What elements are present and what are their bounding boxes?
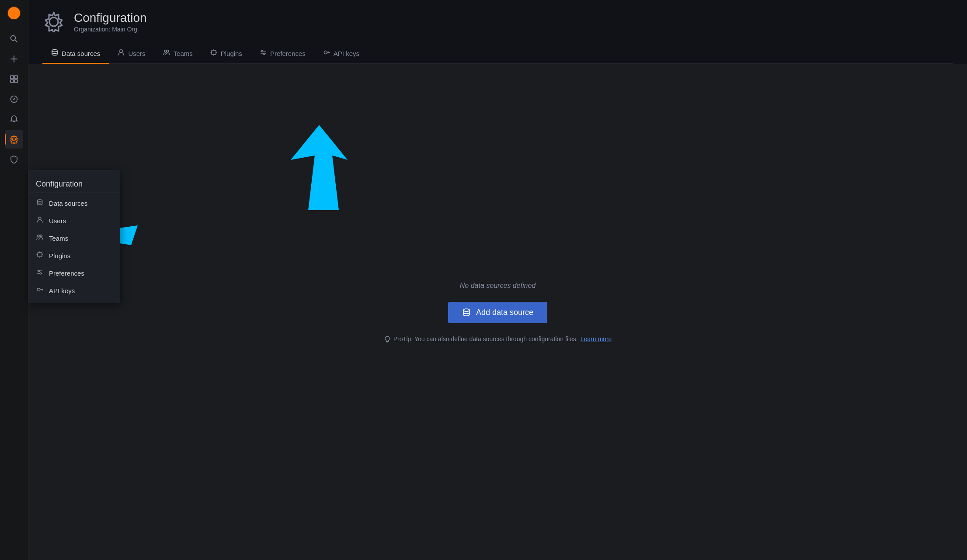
svg-point-2: [11, 36, 16, 41]
svg-point-31: [38, 217, 41, 220]
preferences-menu-icon: [36, 269, 44, 277]
data-sources-tab-icon: [51, 49, 58, 58]
add-data-source-button[interactable]: Add data source: [448, 302, 547, 323]
page-subtitle: Organization: Main Org.: [74, 26, 147, 33]
dashboards-nav-button[interactable]: [5, 70, 23, 88]
tab-users-label: Users: [128, 50, 145, 57]
svg-rect-16: [212, 50, 216, 55]
data-sources-menu-label: Data sources: [49, 200, 87, 207]
configuration-dropdown: Configuration Data sources Users Teams P…: [28, 170, 120, 303]
api-keys-menu-icon: [36, 286, 44, 295]
app-logo[interactable]: [6, 5, 22, 21]
svg-point-23: [261, 50, 263, 52]
preferences-menu-item[interactable]: Preferences: [29, 264, 120, 282]
page-title-icon: [42, 10, 65, 33]
api-keys-tab-icon: [323, 49, 330, 58]
plugins-tab-icon: [210, 49, 217, 58]
sidebar: [0, 0, 28, 560]
shield-nav-button[interactable]: [5, 150, 23, 169]
search-nav-button[interactable]: [5, 30, 23, 48]
tab-api-keys[interactable]: API keys: [314, 44, 368, 64]
svg-point-33: [40, 235, 42, 237]
svg-point-26: [463, 309, 470, 311]
svg-rect-34: [38, 252, 42, 257]
svg-point-1: [12, 11, 16, 15]
svg-rect-6: [10, 76, 14, 79]
svg-marker-29: [291, 125, 348, 210]
tab-teams-label: Teams: [174, 50, 193, 57]
protip-text: ProTip: You can also define data sources…: [393, 335, 578, 342]
teams-menu-icon: [36, 234, 44, 242]
svg-point-41: [38, 270, 39, 271]
learn-more-link[interactable]: Learn more: [581, 335, 612, 342]
dropdown-header: Configuration: [29, 174, 120, 193]
tab-preferences[interactable]: Preferences: [251, 44, 314, 64]
data-sources-menu-icon: [36, 199, 44, 207]
preferences-tab-icon: [260, 49, 267, 58]
teams-menu-label: Teams: [49, 235, 68, 242]
tabs-bar: Data sources Users Teams Plugins: [42, 44, 953, 64]
page-header: Configuration Organization: Main Org. Da…: [28, 0, 967, 64]
tab-users[interactable]: Users: [109, 44, 154, 64]
svg-point-42: [40, 273, 41, 274]
api-keys-menu-label: API keys: [49, 287, 75, 294]
page-title-row: Configuration Organization: Main Org.: [42, 10, 953, 33]
users-menu-label: Users: [49, 217, 66, 225]
plugins-menu-icon: [36, 251, 44, 260]
svg-point-15: [167, 50, 169, 52]
lightbulb-icon: [384, 335, 391, 342]
plugins-menu-item[interactable]: Plugins: [29, 247, 120, 264]
tab-teams[interactable]: Teams: [154, 44, 202, 64]
page-title: Configuration: [74, 11, 147, 25]
tab-plugins[interactable]: Plugins: [202, 44, 251, 64]
api-keys-menu-item[interactable]: API keys: [29, 282, 120, 299]
svg-line-3: [15, 40, 17, 42]
tab-preferences-label: Preferences: [270, 50, 306, 57]
empty-message: No data sources defined: [460, 282, 536, 290]
svg-point-13: [120, 50, 122, 52]
preferences-menu-label: Preferences: [49, 270, 84, 277]
tab-api-keys-label: API keys: [334, 50, 359, 57]
main-area: Configuration Organization: Main Org. Da…: [28, 0, 967, 560]
teams-menu-item[interactable]: Teams: [29, 229, 120, 247]
configuration-nav-button[interactable]: [5, 130, 23, 149]
tab-plugins-label: Plugins: [221, 50, 242, 57]
add-nav-button[interactable]: [5, 50, 23, 68]
add-data-source-label: Add data source: [476, 308, 533, 317]
svg-rect-7: [14, 76, 17, 79]
data-sources-menu-item[interactable]: Data sources: [29, 194, 120, 212]
up-arrow-annotation: [291, 125, 348, 212]
plugins-menu-label: Plugins: [49, 252, 70, 259]
protip-row: ProTip: You can also define data sources…: [384, 335, 612, 342]
svg-rect-9: [14, 80, 17, 83]
svg-point-24: [263, 53, 265, 55]
svg-marker-11: [13, 98, 15, 100]
users-menu-item[interactable]: Users: [29, 212, 120, 229]
page-title-text: Configuration Organization: Main Org.: [74, 11, 147, 33]
alerts-nav-button[interactable]: [5, 110, 23, 128]
content-area: No data sources defined Add data source …: [28, 64, 967, 560]
svg-rect-8: [10, 80, 14, 83]
tab-data-sources-label: Data sources: [62, 50, 100, 57]
users-menu-icon: [36, 216, 44, 225]
svg-point-30: [38, 200, 42, 201]
teams-tab-icon: [163, 49, 170, 58]
svg-point-32: [38, 235, 40, 237]
svg-point-12: [52, 50, 57, 52]
users-tab-icon: [118, 49, 125, 58]
explore-nav-button[interactable]: [5, 90, 23, 108]
tab-data-sources[interactable]: Data sources: [42, 44, 109, 64]
